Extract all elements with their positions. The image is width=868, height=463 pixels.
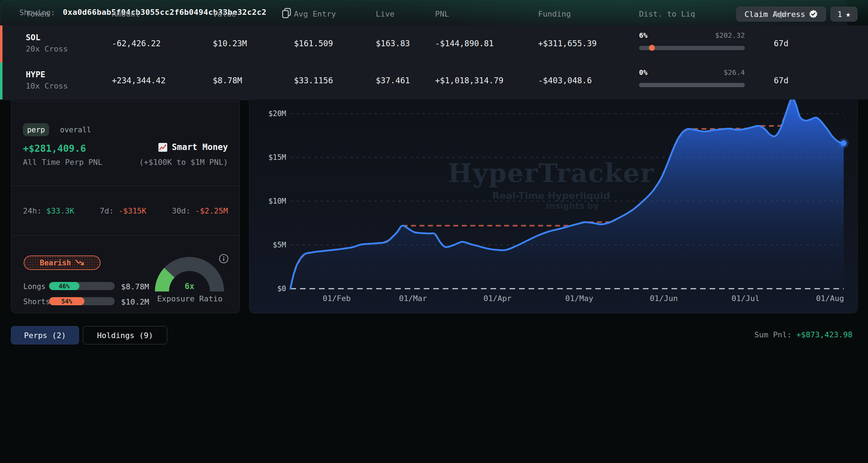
funding-cell: -$403,048.6 — [538, 76, 592, 85]
longs-bar: 46% — [49, 282, 115, 290]
row-stripe — [0, 62, 2, 100]
tab-overall[interactable]: overall — [60, 123, 91, 136]
pnl-30d: 30d: -$2.25M — [172, 206, 228, 215]
divider — [11, 101, 240, 101]
svg-text:01/Jul: 01/Jul — [731, 294, 759, 303]
all-time-perp-pnl-label: All Time Perp PNL — [23, 158, 102, 167]
token-symbol: HYPE — [26, 70, 45, 79]
hypertracker-dashboard: Showing: 0xa0d66bab5f04cb3055cc2f6b0494c… — [0, 0, 868, 463]
live-cell: $163.83 — [376, 39, 410, 48]
token-leverage: 10x Cross — [26, 82, 68, 90]
dist-to-liq-bar — [639, 46, 745, 50]
svg-text:01/Aug: 01/Aug — [816, 294, 844, 303]
chart-increasing-icon — [158, 143, 168, 152]
liq-price: $202.32 — [639, 31, 745, 40]
position-row-sol[interactable]: SOL 20x Cross -62,426.22 $10.23M $161.50… — [0, 25, 847, 62]
value-cell: $10.23M — [213, 39, 247, 48]
amount-cell: +234,344.42 — [112, 76, 165, 85]
svg-text:01/Apr: 01/Apr — [483, 294, 511, 303]
shorts-label: Shorts — [23, 297, 50, 306]
longs-value: $8.78M — [121, 282, 149, 291]
positions-table: Token Amount Value Avg Entry Live PNL Fu… — [0, 0, 847, 100]
col-funding: Funding — [538, 10, 571, 18]
longs-fill: 46% — [49, 282, 79, 290]
svg-text:$10M: $10M — [268, 197, 286, 205]
verified-badge-icon — [809, 10, 818, 19]
svg-text:$5M: $5M — [273, 241, 286, 249]
period-pnl-row: 24h: $33.3K 7d: -$315K 30d: -$2.25M — [23, 206, 228, 215]
svg-text:01/Mar: 01/Mar — [399, 294, 427, 303]
shorts-pct: 54% — [61, 298, 72, 305]
avg-entry-cell: $161.509 — [294, 39, 333, 48]
longs-label: Longs — [23, 282, 46, 291]
pnl-24h-value: $33.3K — [46, 206, 74, 215]
col-live: Live — [376, 10, 394, 18]
star-icon: ★ — [845, 9, 850, 19]
exposure-ratio-label: Exposure Ratio — [139, 294, 241, 303]
tab-perp[interactable]: perp — [23, 123, 49, 136]
avg-entry-cell: $33.1156 — [294, 76, 333, 85]
sum-pnl-readout: Sum Pnl: +$873,423.98 — [754, 330, 852, 339]
svg-text:$20M: $20M — [268, 109, 286, 118]
value-cell: $8.78M — [213, 76, 242, 85]
col-avg-entry: Avg Entry — [294, 10, 336, 18]
dist-to-liq-bar — [639, 83, 745, 87]
pnl-7d-label: 7d: — [100, 206, 114, 215]
copy-address-icon[interactable] — [281, 7, 293, 19]
token-symbol: SOL — [26, 33, 41, 42]
amount-cell: -62,426.22 — [112, 39, 161, 48]
sentiment-label: Bearish — [40, 259, 71, 267]
col-token: Token — [26, 10, 49, 18]
pnl-cell: -$144,890.81 — [435, 39, 494, 48]
longs-pct: 46% — [59, 283, 70, 290]
age-cell: 67d — [774, 39, 789, 48]
liq-price: $26.4 — [639, 68, 745, 77]
pnl-7d-value: -$315K — [119, 206, 146, 215]
tab-perps[interactable]: Perps (2) — [11, 326, 79, 344]
trend-down-icon — [75, 259, 84, 266]
favorites-count: 1 — [837, 10, 842, 19]
tab-holdings[interactable]: Holdings (9) — [83, 326, 167, 344]
token-leverage: 20x Cross — [26, 44, 68, 53]
position-row-hype[interactable]: HYPE 10x Cross +234,344.42 $8.78M $33.11… — [0, 62, 847, 100]
svg-text:$15M: $15M — [268, 153, 286, 162]
funding-cell: +$311,655.39 — [538, 39, 597, 48]
smart-money-badge: Smart Money — [158, 142, 228, 152]
svg-text:$0: $0 — [277, 284, 286, 293]
divider — [11, 235, 240, 236]
sum-pnl-label: Sum Pnl: — [754, 330, 792, 339]
divider — [11, 186, 240, 186]
svg-text:01/Feb: 01/Feb — [323, 294, 351, 303]
svg-text:01/May: 01/May — [565, 294, 593, 303]
pnl-cell: +$1,018,314.79 — [435, 76, 504, 85]
row-stripe — [0, 25, 2, 62]
sum-pnl-value: +$873,423.98 — [796, 330, 852, 339]
sentiment-badge[interactable]: Bearish — [24, 255, 101, 270]
col-value: Value — [213, 10, 236, 18]
pnl-30d-value: -$2.25M — [195, 206, 228, 215]
live-cell: $37.461 — [376, 76, 410, 85]
age-cell: 67d — [774, 76, 789, 85]
exposure-ratio-value: 6x — [154, 282, 225, 291]
col-dist-to-liq: Dist. to Liq — [639, 10, 695, 18]
all-time-perp-pnl-value: +$281,409.6 — [23, 143, 86, 154]
pnl-24h-label: 24h: — [23, 206, 42, 215]
smart-money-range: (+$100K to $1M PNL) — [139, 158, 228, 167]
col-age: Age — [774, 10, 788, 18]
shorts-bar: 54% — [49, 297, 115, 305]
dist-marker-dot — [649, 45, 655, 51]
col-amount: Amount — [112, 10, 140, 18]
svg-text:01/Jun: 01/Jun — [650, 294, 677, 303]
pnl-7d: 7d: -$315K — [100, 206, 146, 215]
pnl-30d-label: 30d: — [172, 206, 191, 215]
smart-money-label: Smart Money — [172, 142, 228, 152]
favorites-button[interactable]: 1 ★ — [831, 7, 857, 22]
pnl-24h: 24h: $33.3K — [23, 206, 74, 215]
shorts-fill: 54% — [49, 297, 84, 305]
col-pnl: PNL — [435, 10, 449, 18]
